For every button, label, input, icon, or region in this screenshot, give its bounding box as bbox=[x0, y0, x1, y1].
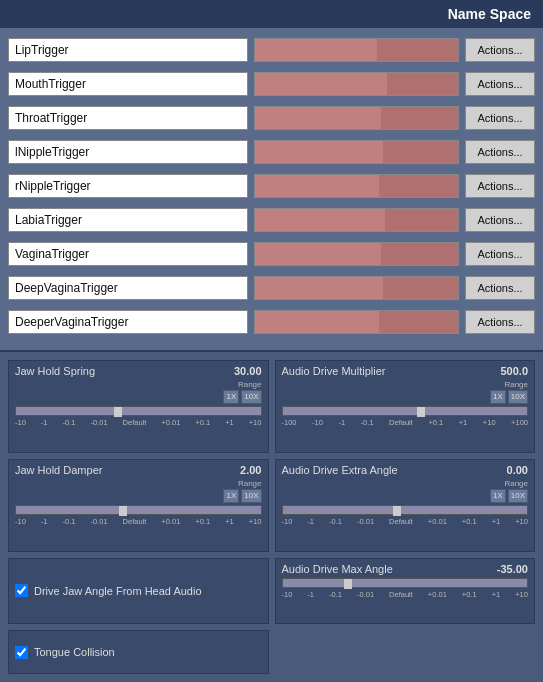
header: Name Space bbox=[0, 0, 543, 28]
tongue-collision-checkbox[interactable] bbox=[15, 646, 28, 659]
bottom-panel: Jaw Hold Spring 30.00 Range 1X 10X -10 -… bbox=[0, 350, 543, 682]
damper-range-10x-btn[interactable]: 10X bbox=[241, 489, 261, 503]
range-label-3: Range bbox=[238, 479, 262, 488]
jaw-hold-damper-label: Jaw Hold Damper bbox=[15, 464, 102, 476]
audio-drive-multiplier-cell: Audio Drive Multiplier 500.0 Range 1X 10… bbox=[275, 360, 536, 453]
audio-drive-extra-angle-cell: Audio Drive Extra Angle 0.00 Range 1X 10… bbox=[275, 459, 536, 552]
actions-button[interactable]: Actions... bbox=[465, 140, 535, 164]
actions-button[interactable]: Actions... bbox=[465, 174, 535, 198]
audio-drive-multiplier-value: 500.0 bbox=[500, 365, 528, 377]
damper-range-1x-btn[interactable]: 1X bbox=[223, 489, 239, 503]
drive-jaw-angle-row: Drive Jaw Angle From Head Audio bbox=[8, 558, 269, 625]
audio-drive-max-angle-cell: Audio Drive Max Angle -35.00 -10 -1 -0.1… bbox=[275, 558, 536, 625]
audio-drive-extra-angle-value: 0.00 bbox=[507, 464, 528, 476]
trigger-row: Actions... bbox=[8, 274, 535, 302]
trigger-bar[interactable] bbox=[254, 140, 459, 164]
audio-drive-max-angle-value: -35.00 bbox=[497, 563, 528, 575]
audio-drive-max-angle-ticks: -10 -1 -0.1 -0.01 Default +0.01 +0.1 +1 … bbox=[282, 590, 529, 599]
jaw-hold-damper-slider[interactable] bbox=[15, 505, 262, 515]
trigger-name-input[interactable] bbox=[8, 72, 248, 96]
jaw-hold-spring-cell: Jaw Hold Spring 30.00 Range 1X 10X -10 -… bbox=[8, 360, 269, 453]
header-title: Name Space bbox=[448, 6, 531, 22]
jaw-hold-spring-thumb bbox=[114, 407, 122, 417]
audio-drive-multiplier-thumb bbox=[417, 407, 425, 417]
trigger-bar[interactable] bbox=[254, 276, 459, 300]
trigger-row: Actions... bbox=[8, 172, 535, 200]
actions-button[interactable]: Actions... bbox=[465, 276, 535, 300]
jaw-hold-spring-value: 30.00 bbox=[234, 365, 262, 377]
jaw-hold-damper-cell: Jaw Hold Damper 2.00 Range 1X 10X -10 -1… bbox=[8, 459, 269, 552]
actions-button[interactable]: Actions... bbox=[465, 242, 535, 266]
trigger-bar[interactable] bbox=[254, 72, 459, 96]
extra-angle-range-1x-btn[interactable]: 1X bbox=[490, 489, 506, 503]
trigger-row: Actions... bbox=[8, 70, 535, 98]
audio-drive-max-angle-label: Audio Drive Max Angle bbox=[282, 563, 393, 575]
trigger-row: Actions... bbox=[8, 308, 535, 336]
trigger-row: Actions... bbox=[8, 206, 535, 234]
trigger-bar[interactable] bbox=[254, 38, 459, 62]
trigger-bar[interactable] bbox=[254, 310, 459, 334]
trigger-name-input[interactable] bbox=[8, 106, 248, 130]
jaw-hold-spring-label: Jaw Hold Spring bbox=[15, 365, 95, 377]
drive-jaw-angle-label: Drive Jaw Angle From Head Audio bbox=[34, 585, 202, 597]
range-10x-btn[interactable]: 10X bbox=[241, 390, 261, 404]
audio-drive-multiplier-ticks: -100 -10 -1 -0.1 Default +0.1 +1 +10 +10… bbox=[282, 418, 529, 427]
range-label-1: Range bbox=[238, 380, 262, 389]
audio-drive-extra-angle-slider[interactable] bbox=[282, 505, 529, 515]
trigger-bar[interactable] bbox=[254, 106, 459, 130]
trigger-row: Actions... bbox=[8, 36, 535, 64]
trigger-bar[interactable] bbox=[254, 242, 459, 266]
range-label-4: Range bbox=[504, 479, 528, 488]
range-1x-btn[interactable]: 1X bbox=[223, 390, 239, 404]
audio-range-10x-btn[interactable]: 10X bbox=[508, 390, 528, 404]
trigger-row: Actions... bbox=[8, 138, 535, 166]
audio-drive-multiplier-slider[interactable] bbox=[282, 406, 529, 416]
tongue-collision-row: Tongue Collision bbox=[8, 630, 269, 674]
range-label-2: Range bbox=[504, 380, 528, 389]
audio-drive-extra-angle-label: Audio Drive Extra Angle bbox=[282, 464, 398, 476]
actions-button[interactable]: Actions... bbox=[465, 310, 535, 334]
audio-drive-multiplier-label: Audio Drive Multiplier bbox=[282, 365, 386, 377]
actions-button[interactable]: Actions... bbox=[465, 208, 535, 232]
drive-jaw-angle-checkbox[interactable] bbox=[15, 584, 28, 597]
jaw-hold-spring-slider[interactable] bbox=[15, 406, 262, 416]
trigger-panel: Actions...Actions...Actions...Actions...… bbox=[0, 28, 543, 350]
trigger-name-input[interactable] bbox=[8, 276, 248, 300]
actions-button[interactable]: Actions... bbox=[465, 106, 535, 130]
trigger-name-input[interactable] bbox=[8, 310, 248, 334]
tongue-collision-label: Tongue Collision bbox=[34, 646, 115, 658]
extra-angle-range-10x-btn[interactable]: 10X bbox=[508, 489, 528, 503]
audio-drive-extra-angle-ticks: -10 -1 -0.1 -0.01 Default +0.01 +0.1 +1 … bbox=[282, 517, 529, 526]
trigger-row: Actions... bbox=[8, 104, 535, 132]
audio-drive-extra-angle-thumb bbox=[393, 506, 401, 516]
audio-drive-max-angle-slider[interactable] bbox=[282, 578, 529, 588]
trigger-name-input[interactable] bbox=[8, 140, 248, 164]
trigger-name-input[interactable] bbox=[8, 174, 248, 198]
main-container: Name Space Actions...Actions...Actions..… bbox=[0, 0, 543, 682]
audio-drive-max-angle-thumb bbox=[344, 579, 352, 589]
trigger-name-input[interactable] bbox=[8, 242, 248, 266]
trigger-bar[interactable] bbox=[254, 174, 459, 198]
jaw-hold-damper-value: 2.00 bbox=[240, 464, 261, 476]
trigger-name-input[interactable] bbox=[8, 38, 248, 62]
audio-range-1x-btn[interactable]: 1X bbox=[490, 390, 506, 404]
jaw-hold-damper-thumb bbox=[119, 506, 127, 516]
jaw-hold-spring-ticks: -10 -1 -0.1 -0.01 Default +0.01 +0.1 +1 … bbox=[15, 418, 262, 427]
actions-button[interactable]: Actions... bbox=[465, 72, 535, 96]
trigger-bar[interactable] bbox=[254, 208, 459, 232]
trigger-row: Actions... bbox=[8, 240, 535, 268]
jaw-hold-damper-ticks: -10 -1 -0.1 -0.01 Default +0.01 +0.1 +1 … bbox=[15, 517, 262, 526]
trigger-name-input[interactable] bbox=[8, 208, 248, 232]
actions-button[interactable]: Actions... bbox=[465, 38, 535, 62]
